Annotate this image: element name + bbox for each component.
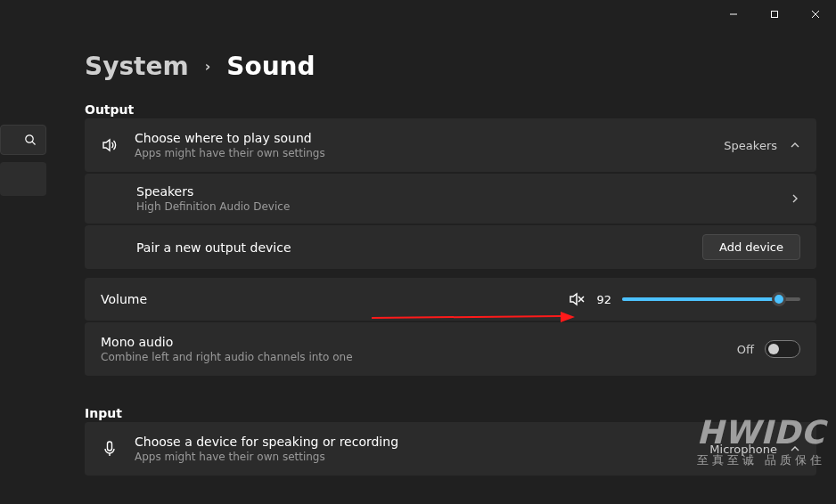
chevron-right-icon [790, 193, 800, 204]
search-icon [24, 134, 37, 146]
svg-rect-8 [108, 442, 112, 451]
input-choose-title: Choose a device for speaking or recordin… [135, 435, 693, 449]
mono-state: Off [737, 343, 754, 356]
mono-toggle[interactable] [765, 340, 800, 358]
volume-slider-thumb[interactable] [772, 292, 786, 306]
nav-item[interactable] [0, 162, 46, 196]
speaker-icon [101, 136, 119, 154]
output-device-title: Speakers [136, 184, 774, 199]
breadcrumb-system[interactable]: System [85, 52, 189, 81]
svg-point-4 [26, 135, 33, 142]
volume-label: Volume [101, 292, 552, 306]
output-choose-value: Speakers [724, 139, 777, 152]
pair-device-label: Pair a new output device [136, 240, 291, 255]
mono-title: Mono audio [101, 335, 721, 349]
search-input[interactable] [0, 125, 46, 155]
input-section-label: Input [85, 406, 816, 420]
toggle-knob [768, 344, 779, 354]
breadcrumb: System › Sound [85, 52, 816, 81]
input-choose-value: Microphone [709, 443, 777, 456]
output-choose-title: Choose where to play sound [135, 131, 708, 145]
volume-slider-fill [622, 297, 779, 301]
left-rail [0, 125, 46, 196]
output-section-label: Output [85, 102, 816, 117]
chevron-right-icon: › [205, 58, 211, 75]
input-choose-sub: Apps might have their own settings [135, 451, 693, 463]
mono-sub: Combine left and right audio channels in… [101, 351, 721, 363]
maximize-button[interactable] [754, 0, 795, 28]
content-area: System › Sound Output Choose where to pl… [85, 52, 816, 476]
volume-slider[interactable] [622, 297, 800, 301]
microphone-icon [101, 440, 119, 458]
breadcrumb-current: Sound [226, 52, 315, 81]
close-button[interactable] [795, 0, 836, 28]
output-choose-card[interactable]: Choose where to play sound Apps might ha… [85, 118, 816, 172]
chevron-up-icon[interactable] [790, 140, 800, 150]
output-choose-sub: Apps might have their own settings [135, 147, 708, 159]
minimize-button[interactable] [713, 0, 754, 28]
chevron-up-icon[interactable] [790, 443, 800, 454]
volume-value: 92 [596, 293, 611, 306]
pair-device-row: Pair a new output device Add device [85, 225, 816, 269]
output-device-row[interactable]: Speakers High Definition Audio Device [85, 174, 816, 224]
output-device-sub: High Definition Audio Device [136, 200, 774, 213]
add-device-button[interactable]: Add device [702, 234, 800, 260]
input-choose-card[interactable]: Choose a device for speaking or recordin… [85, 422, 816, 476]
titlebar [713, 0, 836, 28]
volume-card: Volume 92 [85, 278, 816, 321]
svg-line-5 [32, 142, 35, 144]
svg-rect-1 [772, 12, 778, 18]
mono-audio-card[interactable]: Mono audio Combine left and right audio … [85, 322, 816, 376]
mute-icon[interactable] [568, 290, 586, 308]
